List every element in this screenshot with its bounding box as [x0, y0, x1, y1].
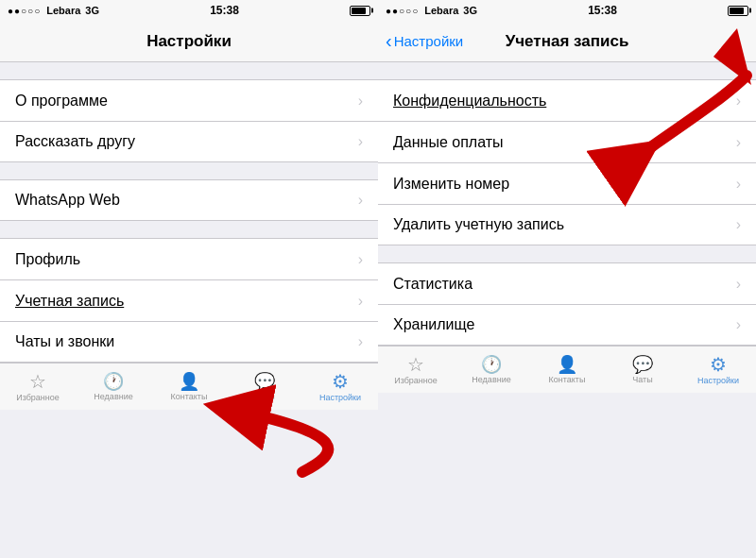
right-battery	[728, 6, 748, 16]
right-item-udalit-uchet[interactable]: Удалить учетную запись ›	[378, 204, 756, 245]
left-signal-dots: ●●○○○	[8, 6, 41, 16]
left-item-o-programme-label: О программе	[15, 93, 108, 110]
left-status-bar: ●●○○○ Lebara 3G 15:38	[0, 0, 378, 21]
left-tab-settings-label: Настройки	[319, 393, 361, 402]
right-item-udalit-label: Удалить учетную запись	[393, 216, 564, 233]
left-battery	[350, 6, 370, 16]
right-tab-settings-icon: ⚙	[710, 355, 727, 374]
right-group-2: Статистика › Хранилище ›	[378, 262, 756, 346]
left-signal: ●●○○○ Lebara 3G	[8, 5, 99, 16]
left-chevron-4: ›	[358, 293, 363, 310]
right-time: 15:38	[588, 4, 617, 17]
right-network: 3G	[463, 5, 477, 16]
right-item-izmenit-nomer[interactable]: Изменить номер ›	[378, 162, 756, 204]
left-item-whatsapp-web[interactable]: WhatsApp Web ›	[0, 179, 378, 221]
right-chevron-5: ›	[736, 316, 741, 333]
left-settings-list: О программе › Рассказать другу › WhatsAp…	[0, 62, 378, 363]
left-tab-contacts[interactable]: 👤 Контакты	[151, 364, 227, 410]
left-chevron-2: ›	[358, 192, 363, 209]
right-carrier: Lebara	[424, 5, 458, 16]
right-tab-contacts[interactable]: 👤 Контакты	[529, 347, 605, 393]
left-tab-chats-icon: 💬	[254, 373, 275, 390]
left-battery-fill	[352, 8, 366, 14]
right-tab-chats-icon: 💬	[632, 356, 653, 373]
right-item-konfidencialnost-label: Конфиденциальность	[393, 93, 546, 110]
right-item-hranilishe[interactable]: Хранилище ›	[378, 304, 756, 346]
right-signal: ●●○○○ Lebara 3G	[386, 5, 477, 16]
left-battery-icon	[350, 6, 370, 16]
left-chevron-3: ›	[358, 251, 363, 268]
right-item-statistika-label: Статистика	[393, 276, 472, 293]
right-tab-favorites-icon: ☆	[407, 355, 424, 374]
left-item-whatsapp-web-label: WhatsApp Web	[15, 192, 120, 209]
right-item-hranilishe-label: Хранилище	[393, 316, 474, 333]
right-item-dannye-label: Данные оплаты	[393, 134, 504, 151]
left-tab-recents-icon: 🕐	[103, 373, 124, 390]
right-battery-icon	[728, 6, 748, 16]
left-item-rasskazat-label: Рассказать другу	[15, 133, 135, 150]
right-item-dannye-oplaty[interactable]: Данные оплаты ›	[378, 121, 756, 162]
left-time: 15:38	[210, 4, 239, 17]
left-tab-contacts-icon: 👤	[179, 373, 199, 390]
right-nav-title: Учетная запись	[506, 32, 629, 51]
right-tab-favorites[interactable]: ☆ Избранное	[378, 347, 454, 393]
left-item-o-programme[interactable]: О программе ›	[0, 79, 378, 121]
left-nav-title: Настройки	[146, 32, 232, 51]
left-carrier: Lebara	[46, 5, 80, 16]
right-chevron-4: ›	[736, 276, 741, 293]
left-network: 3G	[85, 5, 99, 16]
right-nav-bar: Учетная запись ‹ Настройки	[378, 21, 756, 62]
left-item-profil-label: Профиль	[15, 251, 80, 268]
left-item-profil[interactable]: Профиль ›	[0, 238, 378, 279]
right-chevron-0: ›	[736, 93, 741, 110]
left-chevron-5: ›	[358, 333, 363, 350]
right-tab-contacts-label: Контакты	[549, 375, 586, 384]
right-settings-list: Конфиденциальность › Данные оплаты › Изм…	[378, 62, 756, 346]
left-group-1: О программе › Рассказать другу ›	[0, 79, 378, 162]
left-tab-settings[interactable]: ⚙ Настройки	[302, 364, 378, 410]
left-group-3: Профиль › Учетная запись › Чаты и звонки…	[0, 238, 378, 363]
right-item-statistika[interactable]: Статистика ›	[378, 262, 756, 304]
left-item-chaty-label: Чаты и звонки	[15, 333, 114, 350]
left-tab-chats[interactable]: 💬 Чаты	[227, 364, 302, 410]
left-item-rasskazat[interactable]: Рассказать другу ›	[0, 121, 378, 162]
left-tab-contacts-label: Контакты	[171, 392, 208, 401]
right-chevron-1: ›	[736, 134, 741, 151]
left-tab-recents-label: Недавние	[94, 392, 132, 401]
right-tab-contacts-icon: 👤	[557, 356, 577, 373]
right-tab-recents-label: Недавние	[472, 375, 510, 384]
right-item-izmenit-label: Изменить номер	[393, 176, 509, 193]
left-group-2: WhatsApp Web ›	[0, 179, 378, 221]
left-chevron-1: ›	[358, 133, 363, 150]
left-tab-recents[interactable]: 🕐 Недавние	[76, 364, 151, 410]
left-chevron-0: ›	[358, 93, 363, 110]
left-nav-bar: Настройки	[0, 21, 378, 62]
left-tab-favorites[interactable]: ☆ Избранное	[0, 364, 76, 410]
right-tab-chats[interactable]: 💬 Чаты	[605, 347, 680, 393]
right-tab-settings[interactable]: ⚙ Настройки	[680, 347, 756, 393]
right-status-bar: ●●○○○ Lebara 3G 15:38	[378, 0, 756, 21]
left-tab-favorites-icon: ☆	[29, 372, 46, 391]
right-tab-favorites-label: Избранное	[394, 376, 438, 385]
right-tab-chats-label: Чаты	[632, 375, 652, 384]
left-item-uchet-label: Учетная запись	[15, 293, 124, 310]
right-item-konfidencialnost[interactable]: Конфиденциальность ›	[378, 79, 756, 121]
right-back-button[interactable]: ‹ Настройки	[386, 30, 463, 52]
right-tab-bar: ☆ Избранное 🕐 Недавние 👤 Контакты 💬 Чаты…	[378, 346, 756, 393]
left-item-chaty-zvonki[interactable]: Чаты и звонки ›	[0, 321, 378, 363]
left-item-uchetная-zapis[interactable]: Учетная запись ›	[0, 279, 378, 321]
right-tab-recents-icon: 🕐	[481, 356, 502, 373]
right-tab-recents[interactable]: 🕐 Недавние	[454, 347, 529, 393]
right-group-1: Конфиденциальность › Данные оплаты › Изм…	[378, 79, 756, 245]
left-panel: ●●○○○ Lebara 3G 15:38 Настройки О програ…	[0, 0, 378, 558]
right-panel: ●●○○○ Lebara 3G 15:38 Учетная запись ‹ Н…	[378, 0, 756, 558]
right-battery-fill	[730, 8, 744, 14]
right-back-label: Настройки	[394, 33, 464, 49]
right-tab-settings-label: Настройки	[697, 376, 739, 385]
right-signal-dots: ●●○○○	[386, 6, 419, 16]
left-tab-bar: ☆ Избранное 🕐 Недавние 👤 Контакты 💬 Чаты…	[0, 363, 378, 410]
right-back-chevron: ‹	[386, 30, 392, 52]
left-tab-chats-label: Чаты	[254, 392, 274, 401]
left-tab-settings-icon: ⚙	[332, 372, 349, 391]
right-chevron-2: ›	[736, 176, 741, 193]
